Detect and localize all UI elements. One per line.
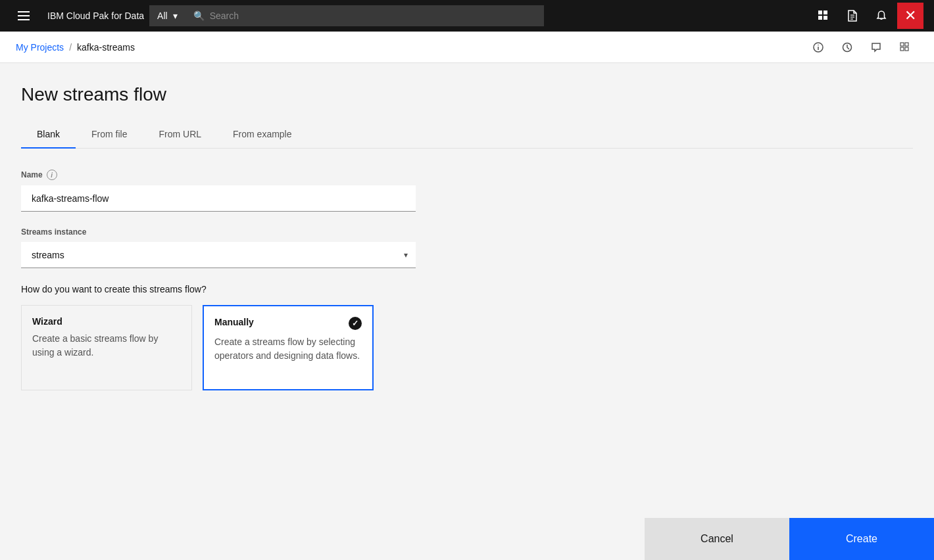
svg-rect-0 (818, 11, 822, 14)
grid-action-button[interactable] (892, 34, 918, 60)
document-icon-button[interactable] (839, 3, 866, 29)
app-title: IBM Cloud Pak for Data (47, 11, 144, 21)
search-input-wrap: 🔍 (185, 5, 544, 26)
grid-icon (818, 10, 829, 22)
sub-header: My Projects / kafka-streams (0, 32, 934, 63)
close-icon: ✕ (904, 9, 916, 23)
nav-left: IBM Cloud Pak for Data (11, 3, 144, 29)
tab-blank[interactable]: Blank (21, 121, 76, 149)
search-container: All ▾ 🔍 (149, 5, 544, 26)
grid-icon-button[interactable] (810, 3, 837, 29)
wizard-card[interactable]: Wizard Create a basic streams flow by us… (21, 305, 192, 390)
history-icon (842, 42, 852, 53)
creation-question: How do you want to create this streams f… (21, 284, 416, 294)
split-view-icon (900, 42, 910, 53)
main-content: New streams flow Blank From file From UR… (0, 63, 934, 560)
search-category-button[interactable]: All ▾ (149, 5, 185, 26)
history-action-button[interactable] (834, 34, 860, 60)
creation-cards-container: Wizard Create a basic streams flow by us… (21, 305, 416, 390)
svg-rect-11 (900, 43, 904, 46)
name-form-group: Name i (21, 170, 416, 212)
svg-rect-13 (900, 47, 904, 51)
name-info-icon[interactable]: i (47, 170, 57, 180)
search-category-chevron: ▾ (173, 11, 178, 21)
cancel-button[interactable]: Cancel (645, 518, 789, 560)
breadcrumb-separator: / (69, 42, 72, 53)
svg-point-9 (818, 44, 819, 45)
wizard-card-description: Create a basic streams flow by using a w… (32, 332, 181, 360)
nav-right: ✕ (810, 3, 923, 29)
hamburger-button[interactable] (11, 3, 37, 29)
tab-from-url[interactable]: From URL (143, 121, 217, 149)
info-action-button[interactable] (805, 34, 831, 60)
streams-select-wrap: streams ▾ (21, 242, 416, 268)
svg-rect-14 (905, 47, 908, 51)
chat-icon (871, 42, 881, 53)
form-area: Name i Streams instance streams ▾ How do… (21, 170, 416, 390)
breadcrumb-projects-link[interactable]: My Projects (16, 42, 64, 53)
search-icon: 🔍 (193, 11, 205, 21)
wizard-card-title: Wizard (32, 316, 181, 327)
info-icon (813, 42, 823, 53)
breadcrumb: My Projects / kafka-streams (16, 42, 135, 53)
document-icon (847, 10, 858, 22)
footer-actions: Cancel Create (645, 518, 934, 560)
name-label: Name i (21, 170, 416, 180)
chat-action-button[interactable] (863, 34, 889, 60)
name-input[interactable] (21, 185, 416, 212)
manually-card-title: Manually ✓ (214, 317, 362, 330)
svg-rect-3 (823, 16, 827, 20)
tabs-container: Blank From file From URL From example (21, 121, 913, 149)
page-title: New streams flow (21, 84, 913, 105)
sub-header-actions (805, 34, 918, 60)
breadcrumb-current: kafka-streams (77, 42, 135, 53)
streams-instance-label: Streams instance (21, 227, 416, 237)
selected-check-icon: ✓ (349, 317, 362, 330)
search-input[interactable] (210, 11, 536, 21)
svg-rect-1 (823, 11, 827, 14)
create-button[interactable]: Create (789, 518, 934, 560)
bell-icon (875, 10, 887, 22)
svg-rect-12 (905, 43, 908, 46)
creation-method-group: How do you want to create this streams f… (21, 284, 416, 390)
svg-rect-2 (818, 16, 822, 20)
tab-from-file[interactable]: From file (76, 121, 143, 149)
streams-instance-select[interactable]: streams (21, 242, 416, 268)
search-category-label: All (157, 11, 168, 21)
close-button[interactable]: ✕ (897, 3, 923, 29)
streams-instance-form-group: Streams instance streams ▾ (21, 227, 416, 268)
notification-icon-button[interactable] (868, 3, 895, 29)
manually-card-description: Create a streams flow by selecting opera… (214, 335, 362, 363)
manually-card[interactable]: Manually ✓ Create a streams flow by sele… (203, 305, 374, 390)
top-navigation: IBM Cloud Pak for Data All ▾ 🔍 (0, 0, 934, 32)
tab-from-example[interactable]: From example (217, 121, 307, 149)
